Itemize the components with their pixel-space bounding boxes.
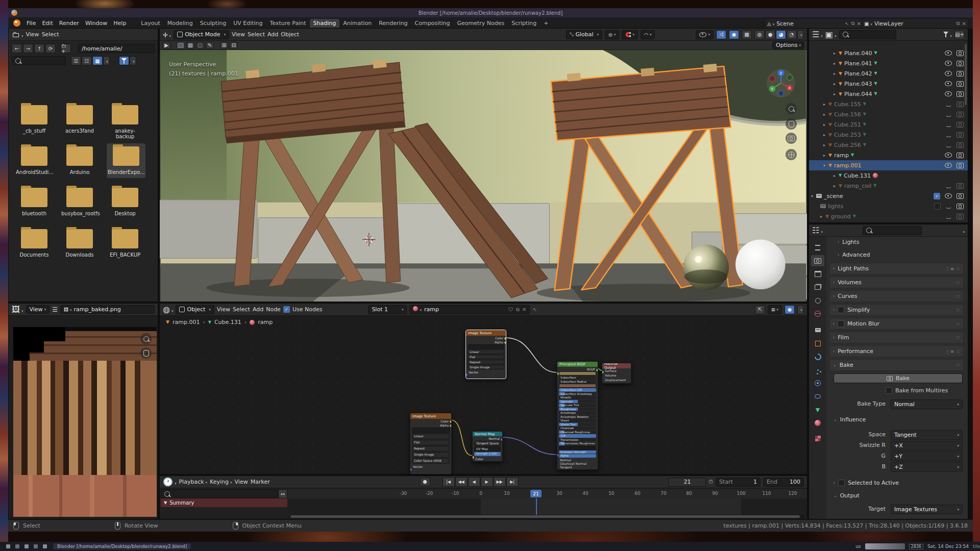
jump-to-end-button[interactable]: ▶| bbox=[506, 477, 519, 487]
playhead-line[interactable] bbox=[536, 498, 537, 515]
tab-scene-icon[interactable] bbox=[811, 295, 824, 306]
hide-icon[interactable] bbox=[945, 193, 952, 198]
display-thumbnails-button[interactable]: ▦ bbox=[92, 56, 103, 65]
display-list-detail-button[interactable]: ☷ bbox=[82, 56, 92, 65]
close-icon[interactable]: ✕ bbox=[857, 21, 861, 27]
material-datablock-field[interactable]: ramp 🛡 ⧉ ✕ bbox=[409, 305, 530, 314]
object-menu[interactable]: Object bbox=[281, 31, 299, 38]
display-mode-icon[interactable]: ▣ bbox=[825, 30, 837, 39]
view-menu[interactable]: View bbox=[235, 479, 248, 485]
node-normal-map[interactable]: Normal Map Normal Tangent Space UV Map S… bbox=[472, 431, 503, 462]
panel-simplify[interactable]: ›Simplify∷ bbox=[829, 304, 964, 316]
select-menu[interactable]: Select bbox=[248, 31, 265, 38]
timeline-ruler[interactable]: -30 -20 -10 0 10 30 40 50 60 70 80 90 10… bbox=[287, 489, 807, 498]
tab-constraints-icon[interactable] bbox=[811, 391, 824, 402]
camera-view-icon[interactable] bbox=[786, 133, 797, 144]
panel-bake[interactable]: ⌄Bake∷ bbox=[829, 359, 964, 371]
tab-texture-paint[interactable]: Texture Paint bbox=[266, 19, 310, 28]
pivot-dropdown[interactable]: ◎ bbox=[605, 30, 619, 39]
play-button[interactable]: ▶ bbox=[481, 477, 493, 487]
tab-world-icon[interactable] bbox=[811, 308, 824, 319]
panel-curves[interactable]: ›Curves∷ bbox=[829, 290, 964, 302]
baked-texture-image[interactable] bbox=[13, 327, 157, 517]
add-menu[interactable]: Add bbox=[253, 306, 263, 313]
window-titlebar[interactable]: Blender [/home/amalie/Desktop/blender/ru… bbox=[8, 8, 973, 17]
display-size-dropdown[interactable] bbox=[103, 56, 110, 65]
tab-scripting[interactable]: Scripting bbox=[508, 19, 540, 28]
menu-edit[interactable]: Edit bbox=[39, 19, 56, 28]
panel-advanced[interactable]: ›Advanced bbox=[838, 249, 964, 260]
scene-icon[interactable]: ◬ bbox=[767, 21, 774, 27]
summary-channel[interactable]: ▼ Summary bbox=[161, 498, 287, 507]
image-mode-dropdown[interactable]: View bbox=[26, 305, 50, 314]
view-menu[interactable]: View bbox=[217, 306, 230, 313]
editor-type-icon[interactable]: ☷ bbox=[812, 226, 823, 235]
tab-animation[interactable]: Animation bbox=[339, 19, 375, 28]
channel-resize-button[interactable]: ↔ bbox=[278, 489, 287, 498]
scrollbar-thumb[interactable] bbox=[290, 515, 800, 518]
menu-render[interactable]: Render bbox=[56, 19, 82, 28]
tab-viewlayer-icon[interactable] bbox=[811, 282, 824, 293]
hide-icon[interactable] bbox=[945, 71, 952, 76]
editor-type-icon[interactable]: 🖼 bbox=[12, 305, 23, 314]
back-button[interactable]: ← bbox=[12, 44, 22, 53]
tab-compositing[interactable]: Compositing bbox=[411, 19, 454, 28]
swizzle-b-dropdown[interactable]: +Z bbox=[891, 462, 963, 472]
outliner-item[interactable]: Cube.131 bbox=[844, 172, 871, 179]
outliner-item[interactable]: lights bbox=[828, 203, 843, 210]
panel-volumes[interactable]: ›Volumes∷ bbox=[829, 277, 964, 288]
tab-render-icon[interactable] bbox=[811, 255, 824, 266]
folder-item[interactable]: bluetooth bbox=[16, 188, 53, 216]
rendered-shading-button[interactable]: ◔ bbox=[787, 30, 797, 39]
view-menu[interactable]: View bbox=[232, 31, 245, 38]
outliner-search-input[interactable] bbox=[839, 30, 896, 39]
menu-file[interactable]: File bbox=[23, 19, 39, 28]
tab-shading[interactable]: Shading bbox=[310, 19, 340, 28]
forward-button[interactable]: → bbox=[23, 44, 33, 53]
frame-start-field[interactable]: Start1 bbox=[716, 478, 761, 487]
scene-selector[interactable]: ◬ Scene ➴ ⧉ ✕ bbox=[765, 18, 864, 29]
overlays-toggle[interactable]: ◉ bbox=[785, 305, 795, 314]
bake-type-dropdown[interactable]: Normal bbox=[891, 399, 963, 409]
outliner-item[interactable]: ramp_coil bbox=[844, 183, 871, 189]
pan-hand-icon[interactable] bbox=[140, 347, 152, 359]
outliner-item[interactable]: Plane.040 bbox=[844, 50, 872, 57]
tab-texture-icon[interactable] bbox=[811, 433, 824, 444]
node-image-texture-1[interactable]: Image Texture Color Alpha Linear Flat Re… bbox=[465, 330, 506, 379]
editor-type-icon[interactable]: ☰ bbox=[812, 30, 823, 39]
close-icon[interactable]: ✕ bbox=[962, 21, 966, 27]
bake-button[interactable]: Bake bbox=[834, 373, 963, 383]
editor-type-icon[interactable]: 🕐 bbox=[163, 477, 176, 487]
create-directory-button[interactable]: 🗀+ bbox=[61, 44, 71, 53]
tab-layout[interactable]: Layout bbox=[137, 19, 163, 28]
stopwatch-icon[interactable]: ⏱ bbox=[708, 479, 713, 485]
hide-icon[interactable] bbox=[945, 214, 952, 219]
folder-item[interactable]: Downloads bbox=[61, 229, 98, 258]
folder-item[interactable]: Desktop bbox=[107, 188, 143, 216]
swizzle-r-dropdown[interactable]: +X bbox=[891, 441, 963, 450]
hide-icon[interactable] bbox=[945, 81, 952, 86]
refresh-button[interactable]: ⟳ bbox=[45, 44, 56, 53]
properties-search-input[interactable] bbox=[863, 226, 922, 235]
filter-button[interactable] bbox=[119, 56, 129, 65]
pin-icon[interactable]: ➴ bbox=[845, 21, 849, 27]
viewport-canvas[interactable] bbox=[160, 50, 807, 302]
folder-item[interactable]: _cb_stuff bbox=[16, 105, 53, 134]
tab-object-icon[interactable] bbox=[811, 338, 824, 349]
keyboard-layout-indicator[interactable]: us bbox=[855, 544, 861, 549]
render-icon[interactable] bbox=[957, 112, 964, 117]
tab-tool-icon[interactable] bbox=[811, 242, 824, 253]
simplify-checkbox[interactable] bbox=[838, 307, 844, 313]
copy-icon[interactable]: ⧉ bbox=[851, 20, 854, 27]
shader-type-dropdown[interactable]: Object bbox=[176, 305, 214, 314]
outliner-item[interactable]: Cube.253 bbox=[834, 132, 861, 138]
panel-film[interactable]: ›Film∷ bbox=[829, 332, 964, 343]
folder-item[interactable]: Arduino bbox=[61, 146, 98, 175]
panel-influence[interactable]: ⌄Influence bbox=[834, 414, 964, 425]
outliner-item[interactable]: Plane.043 bbox=[844, 81, 872, 87]
panel-motion-blur[interactable]: ›Motion Blur∷ bbox=[829, 318, 964, 330]
tab-uv-editing[interactable]: UV Editing bbox=[230, 19, 266, 28]
add-workspace-button[interactable]: + bbox=[540, 19, 552, 28]
outliner-item[interactable]: Cube.251 bbox=[834, 121, 861, 128]
channel-search-input[interactable] bbox=[161, 489, 278, 498]
